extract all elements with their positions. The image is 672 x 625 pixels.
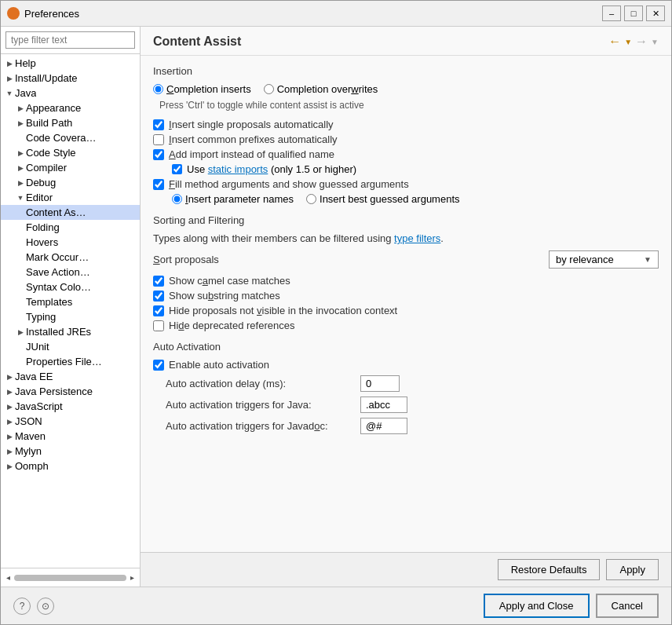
apply-and-close-button[interactable]: Apply and Close	[484, 594, 590, 618]
enable-auto-row: Enable auto activation	[153, 359, 659, 371]
sidebar-item-javascript[interactable]: ▶ JavaScript	[1, 399, 140, 414]
preferences-window: Preferences – □ ✕ ▶ Help ▶ Install/U	[0, 0, 672, 625]
hide-proposals-checkbox[interactable]	[153, 305, 164, 316]
sidebar-item-label: Build Path	[26, 117, 72, 129]
add-import-label: Add import instead of qualified name	[169, 148, 334, 160]
completion-inserts-option[interactable]: Completion inserts	[153, 83, 251, 95]
help-icon[interactable]: ?	[13, 598, 31, 615]
sidebar-item-build-path[interactable]: ▶ Build Path	[1, 115, 140, 130]
insert-guessed-radio[interactable]	[306, 194, 316, 204]
hide-deprecated-checkbox[interactable]	[153, 320, 164, 331]
delay-row: Auto activation delay (ms):	[166, 375, 659, 392]
show-substring-checkbox[interactable]	[153, 291, 164, 302]
sidebar-item-properties-file[interactable]: Properties File…	[1, 354, 140, 369]
sort-dropdown[interactable]: by relevance ▼	[549, 250, 659, 269]
insert-single-checkbox[interactable]	[153, 119, 164, 130]
completion-overwrites-radio[interactable]	[264, 84, 274, 94]
sidebar-item-save-actions[interactable]: Save Action…	[1, 265, 140, 280]
sidebar-item-typing[interactable]: Typing	[1, 309, 140, 324]
sidebar-item-install-update[interactable]: ▶ Install/Update	[1, 71, 140, 86]
sidebar-item-java-ee[interactable]: ▶ Java EE	[1, 369, 140, 384]
maximize-button[interactable]: □	[624, 5, 643, 21]
completion-overwrites-option[interactable]: Completion overwrites	[264, 83, 378, 95]
sidebar-item-label: Install/Update	[15, 72, 78, 84]
tree-area: ▶ Help ▶ Install/Update ▼ Java ▶ Appea	[1, 54, 140, 568]
insert-common-checkbox[interactable]	[153, 134, 164, 145]
add-import-checkbox[interactable]	[153, 149, 164, 160]
insert-param-radio[interactable]	[172, 194, 182, 204]
scroll-left-btn[interactable]: ◂	[4, 573, 13, 582]
sidebar-item-label: Content As…	[26, 207, 86, 218]
sidebar-item-appearance[interactable]: ▶ Appearance	[1, 101, 140, 115]
hide-deprecated-row: Hide deprecated references	[153, 320, 659, 331]
hide-proposals-row: Hide proposals not visible in the invoca…	[153, 305, 659, 316]
app-icon	[7, 7, 20, 20]
insert-single-row: Insert single proposals automatically	[153, 119, 659, 130]
sidebar-item-content-assist[interactable]: Content As…	[1, 205, 140, 220]
arrow-icon: ▶	[4, 401, 15, 412]
sidebar-item-mark-occurrences[interactable]: Mark Occur…	[1, 250, 140, 265]
sidebar-item-maven[interactable]: ▶ Maven	[1, 429, 140, 444]
arrow-icon: ▶	[4, 371, 15, 382]
scroll-right-btn[interactable]: ▸	[128, 573, 137, 582]
back-icon[interactable]: ←	[608, 35, 621, 49]
cancel-button[interactable]: Cancel	[596, 594, 659, 618]
show-camel-checkbox[interactable]	[153, 276, 164, 287]
sidebar-item-hovers[interactable]: Hovers	[1, 235, 140, 250]
insert-guessed-option[interactable]: Insert best guessed arguments	[306, 193, 460, 205]
sidebar-item-templates[interactable]: Templates	[1, 294, 140, 309]
minimize-button[interactable]: –	[602, 5, 621, 21]
horizontal-scrollbar[interactable]	[14, 575, 126, 581]
apply-button[interactable]: Apply	[606, 559, 659, 580]
sidebar-item-code-coverage[interactable]: Code Covera…	[1, 130, 140, 145]
sorting-description: Types along with their members can be fi…	[153, 232, 659, 244]
sidebar-item-compiler[interactable]: ▶ Compiler	[1, 160, 140, 175]
sort-proposals-label: Sort proposals	[153, 254, 219, 265]
sidebar-item-debug[interactable]: ▶ Debug	[1, 175, 140, 190]
restore-defaults-button[interactable]: Restore Defaults	[498, 559, 601, 580]
sidebar-item-installed-jres[interactable]: ▶ Installed JREs	[1, 324, 140, 339]
search-input[interactable]	[5, 31, 135, 49]
window-title: Preferences	[24, 8, 602, 20]
sidebar-item-editor[interactable]: ▼ Editor	[1, 190, 140, 205]
triggers-java-label: Auto activation triggers for Java:	[166, 399, 354, 411]
insert-param-option[interactable]: Insert parameter names	[172, 193, 294, 205]
delay-input[interactable]	[360, 375, 400, 392]
triggers-javadoc-input[interactable]	[360, 418, 407, 434]
sidebar-item-java[interactable]: ▼ Java	[1, 86, 140, 101]
completion-inserts-label: Completion inserts	[166, 83, 251, 95]
sidebar-item-json[interactable]: ▶ JSON	[1, 414, 140, 429]
arrow-icon: ▶	[4, 73, 15, 84]
arrow-icon: ▶	[4, 386, 15, 397]
sidebar-item-junit[interactable]: JUnit	[1, 339, 140, 354]
arrow-icon: ▶	[15, 327, 26, 338]
close-button[interactable]: ✕	[646, 5, 665, 21]
type-filters-link[interactable]: type filters	[394, 232, 440, 244]
completion-inserts-radio[interactable]	[153, 84, 163, 94]
sidebar-item-label: Help	[15, 57, 36, 69]
enable-auto-activation-checkbox[interactable]	[153, 360, 164, 371]
forward-dropdown-icon[interactable]: ▼	[651, 38, 659, 46]
arrow-icon: ▼	[15, 192, 26, 203]
sidebar-item-java-persistence[interactable]: ▶ Java Persistence	[1, 384, 140, 399]
sidebar-item-label: Editor	[26, 192, 53, 203]
dropdown-arrow-icon: ▼	[644, 255, 652, 264]
use-static-imports-checkbox[interactable]	[172, 164, 182, 174]
forward-icon[interactable]: →	[635, 35, 648, 49]
sidebar-item-syntax-coloring[interactable]: Syntax Colo…	[1, 280, 140, 294]
triggers-java-input[interactable]	[360, 397, 407, 413]
sidebar-item-mylyn[interactable]: ▶ Mylyn	[1, 444, 140, 459]
sidebar-item-label: Mylyn	[15, 445, 42, 457]
sidebar-item-label: Java Persistence	[15, 386, 93, 397]
back-dropdown-icon[interactable]: ▼	[624, 38, 632, 46]
sidebar-item-help[interactable]: ▶ Help	[1, 56, 140, 71]
arrow-icon: ▶	[4, 461, 15, 472]
sidebar-item-oomph[interactable]: ▶ Oomph	[1, 459, 140, 473]
static-imports-link[interactable]: static imports	[208, 163, 268, 175]
sidebar-search-box[interactable]	[1, 27, 140, 54]
fill-method-checkbox[interactable]	[153, 179, 164, 190]
sidebar-item-folding[interactable]: Folding	[1, 220, 140, 235]
sidebar-item-code-style[interactable]: ▶ Code Style	[1, 145, 140, 160]
panel-body: Insertion Completion inserts Completion …	[141, 56, 671, 552]
settings-icon[interactable]: ⊙	[37, 598, 54, 615]
